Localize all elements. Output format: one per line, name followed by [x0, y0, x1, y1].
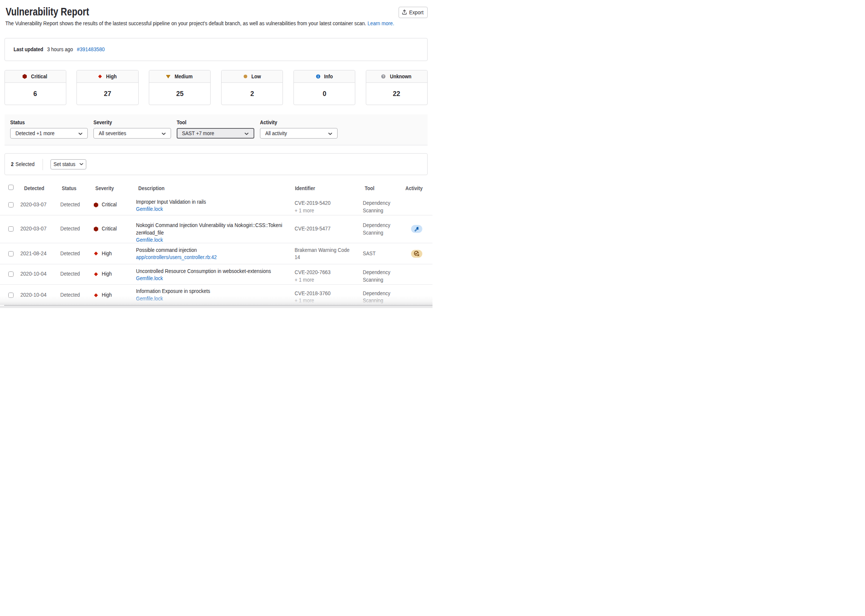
- svg-text:?: ?: [382, 75, 384, 78]
